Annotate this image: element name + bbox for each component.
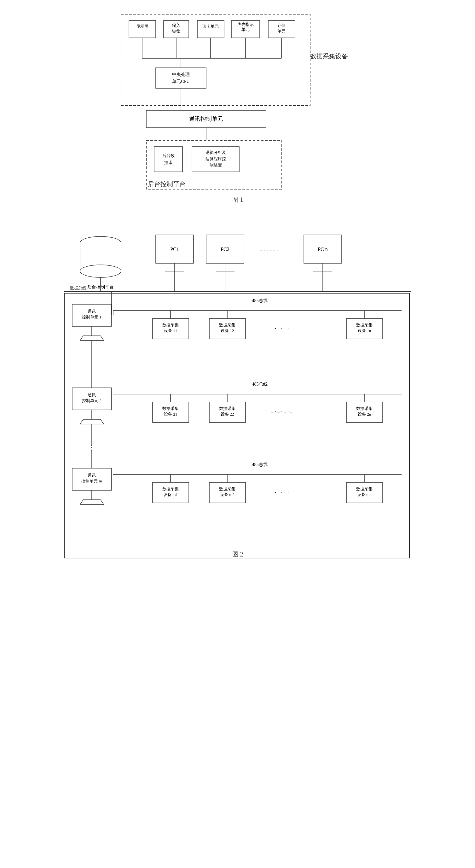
cpu-label-2: 单元CPU — [172, 79, 189, 84]
cpu-label-1: 中央处理 — [172, 72, 190, 77]
svg-point-24 — [80, 265, 121, 277]
dev2n-1: 数据采集 — [356, 406, 373, 411]
dc-label: 数据采集设备 — [310, 53, 348, 60]
dev2n-2: 设备 2n — [357, 412, 371, 416]
backend-platform-label: 后台控制平台 — [148, 180, 186, 187]
block-display: 显示屏 — [136, 24, 148, 29]
figure-1: 数据采集设备 显示屏 输入 键盘 读卡单元 声光指示 单元 存储 单元 中央处理… — [115, 9, 360, 205]
fig2-caption: 图 2 — [232, 551, 243, 558]
dev22-2: 设备 22 — [220, 412, 233, 416]
svg-rect-3 — [197, 21, 224, 38]
dev11-2: 设备 11 — [164, 328, 177, 333]
block-storage-1: 存储 — [277, 23, 286, 28]
devm2-2: 设备 m2 — [220, 492, 234, 497]
fig1-caption: 图 1 — [232, 196, 243, 203]
logic-label-3: 制装置 — [209, 163, 222, 167]
svg-rect-18 — [154, 147, 183, 172]
pc2-label: PC2 — [221, 247, 229, 252]
comm-ctrl-label: 通讯控制单元 — [189, 116, 223, 122]
devm2-1: 数据采集 — [219, 487, 235, 491]
devm1-2: 设备 m1 — [163, 492, 178, 497]
rowm-dots: －·－·－·－ — [270, 490, 294, 495]
dev22-1: 数据采集 — [219, 406, 235, 411]
logic-label-1: 逻辑分析及 — [205, 150, 226, 155]
devmn-1: 数据采集 — [356, 487, 373, 491]
ctrl2-1: 通讯 — [88, 393, 96, 397]
dev1n-2: 设备 1n — [357, 328, 371, 333]
db-label-2: 据库 — [164, 160, 172, 165]
dev1n-1: 数据采集 — [356, 322, 373, 327]
block-alarm-1: 声光指示 — [238, 22, 254, 27]
svg-rect-1 — [129, 21, 156, 38]
dev21-2: 设备 21 — [164, 412, 177, 416]
pc-dots: - - - - - - — [260, 247, 278, 253]
ctrlm-1: 通讯 — [88, 473, 96, 478]
pcn-label: PC n — [318, 247, 328, 252]
bus485-1-label: 485总线 — [252, 298, 267, 303]
row1-dots: －·－·－·－ — [270, 326, 294, 331]
ctrl1-2: 控制单元 1 — [82, 315, 101, 319]
bus485-3-label: 485总线 — [252, 462, 267, 467]
devm1-1: 数据采集 — [162, 487, 179, 491]
dev21-1: 数据采集 — [162, 406, 179, 411]
dev11-1: 数据采集 — [162, 322, 179, 327]
ctrl2-2: 控制单元 2 — [82, 398, 101, 403]
dev12-1: 数据采集 — [219, 322, 235, 327]
ctrl1-1: 通讯 — [88, 309, 96, 314]
svg-rect-6 — [156, 68, 206, 88]
bus485-2-label: 485总线 — [252, 382, 267, 386]
block-alarm-2: 单元 — [242, 27, 250, 32]
pc1-label: PC1 — [170, 247, 179, 252]
block-storage-2: 单元 — [277, 29, 286, 33]
row2-dots: －·－·－·－ — [270, 409, 294, 414]
logic-label-2: 运算程序控 — [205, 156, 226, 161]
devmn-2: 设备 mn — [357, 492, 372, 497]
figure-2: 后台控制平台 PC1 PC2 - - - - - - PC n 数据总线 通讯 … — [64, 218, 411, 564]
dev12-2: 设备 12 — [220, 328, 233, 333]
db-label-1: 后台数 — [162, 153, 174, 158]
block-keyboard: 输入 — [172, 23, 180, 28]
bus-label: 数据总线 — [70, 286, 86, 290]
ctrlm-2: 控制单元 m — [81, 478, 102, 483]
block-card-reader: 读卡单元 — [202, 24, 219, 29]
block-keyboard-2: 键盘 — [172, 29, 180, 33]
